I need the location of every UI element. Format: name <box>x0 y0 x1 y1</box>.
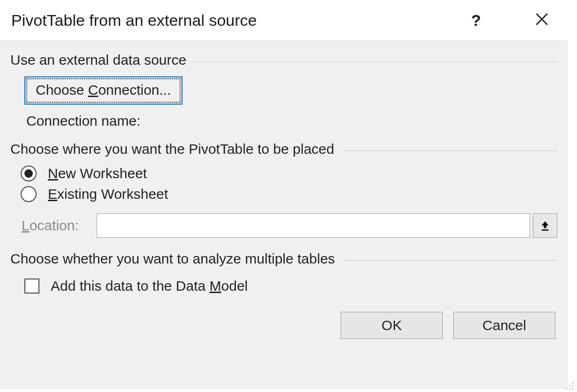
checkbox-data-model[interactable]: Add this data to the Data Model <box>24 278 557 294</box>
cancel-button[interactable]: Cancel <box>453 312 555 339</box>
svg-point-4 <box>569 385 570 386</box>
divider <box>195 61 557 62</box>
collapse-dialog-button[interactable] <box>533 213 557 238</box>
close-icon <box>535 13 548 26</box>
group-header-analyze: Choose whether you want to analyze multi… <box>10 251 557 267</box>
resize-grip-icon[interactable] <box>566 382 574 390</box>
divider <box>343 260 557 261</box>
location-label: Location: <box>22 218 97 234</box>
radio-label-existing: Existing Worksheet <box>48 186 168 202</box>
ok-button[interactable]: OK <box>341 312 443 339</box>
dialog-body: Use an external data source Choose Conne… <box>0 40 568 389</box>
choose-connection-button[interactable]: Choose Connection... <box>24 76 182 105</box>
group-label-placement: Choose where you want the PivotTable to … <box>10 141 334 157</box>
svg-point-7 <box>569 388 570 389</box>
radio-new-worksheet[interactable]: New Worksheet <box>21 166 557 181</box>
dialog-footer: OK Cancel <box>10 312 557 339</box>
group-label-data-source: Use an external data source <box>10 52 186 68</box>
svg-point-3 <box>572 382 573 384</box>
svg-rect-2 <box>542 229 549 231</box>
close-button[interactable] <box>525 11 558 30</box>
titlebar: PivotTable from an external source ? <box>0 0 568 40</box>
svg-point-8 <box>572 388 573 389</box>
checkbox-icon <box>24 279 39 294</box>
dialog-title: PivotTable from an external source <box>11 11 460 30</box>
group-header-data-source: Use an external data source <box>10 52 557 68</box>
divider <box>342 151 557 151</box>
checkbox-label: Add this data to the Data Model <box>51 278 248 294</box>
radio-icon <box>21 186 37 202</box>
location-input[interactable] <box>97 213 530 238</box>
radio-label-new: New Worksheet <box>48 166 147 181</box>
svg-point-5 <box>572 385 573 386</box>
help-button[interactable]: ? <box>460 11 493 30</box>
group-header-placement: Choose where you want the PivotTable to … <box>10 141 557 157</box>
connection-name-label: Connection name: <box>26 113 557 129</box>
svg-point-6 <box>566 388 568 389</box>
radio-icon <box>21 166 37 181</box>
pivottable-external-dialog: PivotTable from an external source ? Use… <box>0 0 568 389</box>
collapse-icon <box>540 219 550 232</box>
location-row: Location: <box>22 213 557 238</box>
group-label-analyze: Choose whether you want to analyze multi… <box>10 251 335 267</box>
radio-existing-worksheet[interactable]: Existing Worksheet <box>21 186 557 202</box>
